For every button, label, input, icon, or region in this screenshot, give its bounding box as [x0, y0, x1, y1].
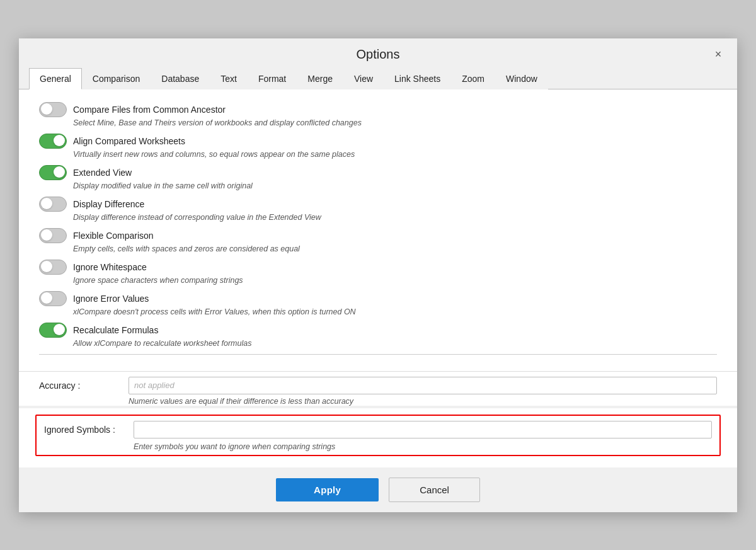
toggle-display-difference[interactable] — [39, 197, 67, 212]
tab-zoom[interactable]: Zoom — [451, 68, 495, 89]
option-label-recalculate-formulas: Recalculate Formulas — [73, 325, 158, 335]
option-desc-ignore-error-values: xlCompare doesn't process cells with Err… — [73, 307, 717, 316]
option-desc-display-difference: Display difference instead of correspond… — [73, 213, 717, 222]
options-dialog: Options × GeneralComparisonDatabaseTextF… — [19, 38, 737, 512]
toggle-ignore-error-values[interactable] — [39, 291, 67, 306]
option-row-display-difference: Display DifferenceDisplay difference ins… — [39, 197, 717, 222]
option-label-extended-view: Extended View — [73, 168, 132, 178]
apply-button[interactable]: Apply — [276, 478, 379, 501]
option-row-flexible-comparison: Flexible ComparisonEmpty cells, cells wi… — [39, 228, 717, 253]
tab-view[interactable]: View — [343, 68, 384, 89]
accuracy-section: Accuracy : Numeric values are equal if t… — [19, 372, 737, 406]
tab-database[interactable]: Database — [151, 68, 210, 89]
toggle-align-worksheets[interactable] — [39, 134, 67, 149]
option-desc-extended-view: Display modified value in the same cell … — [73, 181, 717, 190]
toggle-recalculate-formulas[interactable] — [39, 323, 67, 338]
option-row-ignore-error-values: Ignore Error ValuesxlCompare doesn't pro… — [39, 291, 717, 316]
option-desc-recalculate-formulas: Allow xlCompare to recalculate worksheet… — [73, 339, 717, 348]
content-area: Compare Files from Common AncestorSelect… — [19, 89, 737, 372]
tab-link-sheets[interactable]: Link Sheets — [384, 68, 451, 89]
tab-merge[interactable]: Merge — [297, 68, 343, 89]
option-desc-ignore-whitespace: Ignore space characters when comparing s… — [73, 276, 717, 285]
ignored-symbols-section: Ignored Symbols : Enter symbols you want… — [19, 408, 737, 467]
option-row-align-worksheets: Align Compared WorksheetsVirtually inser… — [39, 134, 717, 159]
option-row-ignore-whitespace: Ignore WhitespaceIgnore space characters… — [39, 260, 717, 285]
cancel-button[interactable]: Cancel — [389, 478, 480, 502]
option-desc-align-worksheets: Virtually insert new rows and columns, s… — [73, 150, 717, 159]
accuracy-input[interactable] — [129, 377, 717, 394]
footer: Apply Cancel — [19, 467, 737, 512]
option-label-flexible-comparison: Flexible Comparison — [73, 231, 154, 241]
option-desc-compare-common-ancestor: Select Mine, Base and Theirs version of … — [73, 118, 717, 127]
option-desc-flexible-comparison: Empty cells, cells with spaces and zeros… — [73, 244, 717, 253]
tab-window[interactable]: Window — [495, 68, 548, 89]
dialog-title: Options — [357, 47, 400, 62]
accuracy-label: Accuracy : — [39, 381, 121, 391]
option-label-compare-common-ancestor: Compare Files from Common Ancestor — [73, 105, 226, 115]
highlighted-box: Ignored Symbols : Enter symbols you want… — [35, 415, 721, 456]
toggle-compare-common-ancestor[interactable] — [39, 102, 67, 117]
tab-bar: GeneralComparisonDatabaseTextFormatMerge… — [19, 68, 737, 89]
option-row-compare-common-ancestor: Compare Files from Common AncestorSelect… — [39, 102, 717, 127]
close-button[interactable]: × — [709, 46, 727, 64]
tab-general[interactable]: General — [29, 68, 82, 89]
option-label-display-difference: Display Difference — [73, 199, 144, 209]
tab-text[interactable]: Text — [210, 68, 248, 89]
ignored-symbols-label: Ignored Symbols : — [44, 425, 126, 435]
title-bar: Options × — [19, 38, 737, 68]
ignored-symbols-input[interactable] — [134, 421, 712, 438]
toggle-ignore-whitespace[interactable] — [39, 260, 67, 275]
toggle-flexible-comparison[interactable] — [39, 228, 67, 243]
option-label-ignore-error-values: Ignore Error Values — [73, 294, 149, 304]
option-row-extended-view: Extended ViewDisplay modified value in t… — [39, 165, 717, 190]
accuracy-desc: Numeric values are equal if their differ… — [129, 397, 717, 406]
option-label-align-worksheets: Align Compared Worksheets — [73, 136, 185, 146]
ignored-symbols-desc: Enter symbols you want to ignore when co… — [134, 442, 712, 451]
tab-comparison[interactable]: Comparison — [82, 68, 151, 89]
tab-format[interactable]: Format — [248, 68, 297, 89]
option-row-recalculate-formulas: Recalculate FormulasAllow xlCompare to r… — [39, 323, 717, 348]
toggle-extended-view[interactable] — [39, 165, 67, 180]
option-label-ignore-whitespace: Ignore Whitespace — [73, 262, 147, 272]
